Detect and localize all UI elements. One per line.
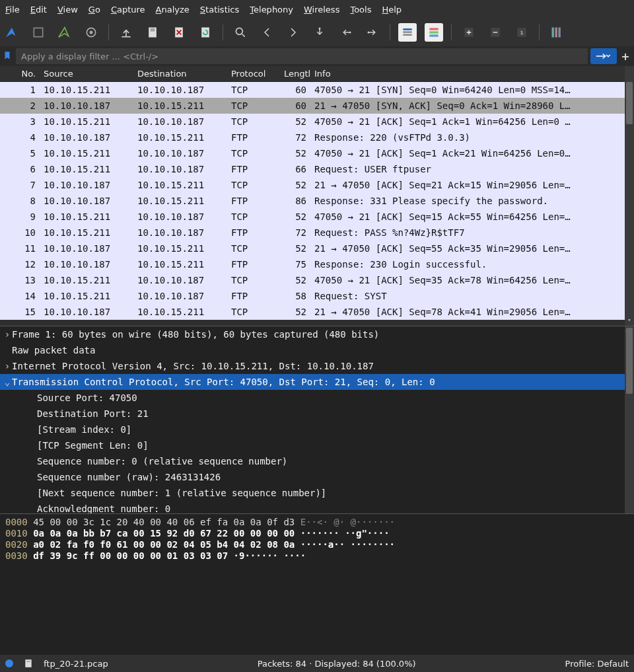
col-header-source[interactable]: Source: [40, 69, 133, 79]
tree-item[interactable]: [Next sequence number: 1 (relative seque…: [0, 485, 634, 501]
svg-rect-22: [552, 28, 554, 38]
menu-go[interactable]: Go: [88, 5, 100, 15]
svg-rect-25: [25, 659, 31, 667]
svg-text:1: 1: [520, 30, 524, 36]
restart-capture-icon[interactable]: [55, 23, 74, 42]
tree-item[interactable]: Destination Port: 21: [0, 406, 634, 422]
tree-item[interactable]: ›Internet Protocol Version 4, Src: 10.10…: [0, 358, 634, 374]
menu-statistics[interactable]: Statistics: [200, 5, 239, 15]
packet-list: No. Source Destination Protocol Lengtl I…: [0, 66, 634, 326]
packet-row[interactable]: 1310.10.15.21110.10.10.187TCP5247050 → 2…: [0, 272, 634, 288]
tree-item[interactable]: Sequence number (raw): 2463131426: [0, 469, 634, 485]
packet-row[interactable]: 410.10.10.18710.10.15.211FTP72Response: …: [0, 130, 634, 145]
svg-point-8: [236, 28, 242, 34]
profile-label[interactable]: Profile: Default: [565, 659, 629, 669]
svg-rect-0: [34, 28, 42, 36]
expand-toggle-icon[interactable]: ›: [3, 329, 12, 340]
packet-list-header[interactable]: No. Source Destination Protocol Lengtl I…: [0, 66, 634, 82]
packet-bytes[interactable]: 0000 45 00 00 3c 1c 20 40 00 40 06 ef fa…: [0, 513, 634, 655]
open-file-icon[interactable]: [117, 23, 135, 42]
packet-row[interactable]: 310.10.15.21110.10.10.187TCP5247050 → 21…: [0, 114, 634, 130]
svg-rect-5: [151, 30, 155, 32]
auto-scroll-icon[interactable]: [398, 23, 417, 42]
menu-wireless[interactable]: Wireless: [304, 5, 339, 15]
filter-apply-button[interactable]: [590, 48, 617, 64]
menu-help[interactable]: Help: [382, 5, 402, 15]
menu-view[interactable]: View: [57, 5, 78, 15]
capture-options-icon[interactable]: [82, 23, 100, 42]
add-filter-button[interactable]: +: [619, 50, 631, 62]
packet-list-scrollbar[interactable]: ▾: [625, 66, 634, 326]
zoom-in-icon[interactable]: [460, 23, 478, 42]
menu-telephony[interactable]: Telephony: [250, 5, 293, 15]
last-packet-icon[interactable]: [363, 23, 382, 42]
svg-rect-17: [429, 34, 438, 36]
menu-file[interactable]: File: [5, 5, 20, 15]
tree-item[interactable]: [Stream index: 0]: [0, 422, 634, 437]
resize-columns-icon[interactable]: [547, 23, 566, 42]
packet-row[interactable]: 110.10.15.21110.10.10.187TCP6047050 → 21…: [0, 82, 634, 98]
go-back-icon[interactable]: [258, 23, 276, 42]
stop-capture-icon[interactable]: [29, 23, 48, 42]
packet-details: ›Frame 1: 60 bytes on wire (480 bits), 6…: [0, 326, 634, 513]
zoom-reset-icon[interactable]: 1: [512, 23, 531, 42]
packet-row[interactable]: 1510.10.10.18710.10.15.211TCP5221 → 4705…: [0, 304, 634, 320]
filterbar: +: [0, 46, 634, 66]
shark-fin-icon[interactable]: [3, 23, 21, 42]
packet-row[interactable]: 710.10.10.18710.10.15.211TCP5221 → 47050…: [0, 177, 634, 193]
go-to-packet-icon[interactable]: [310, 23, 329, 42]
tree-item[interactable]: [TCP Segment Len: 0]: [0, 437, 634, 453]
packet-row[interactable]: 910.10.15.21110.10.10.187TCP5247050 → 21…: [0, 209, 634, 225]
tree-item[interactable]: ›Frame 1: 60 bytes on wire (480 bits), 6…: [0, 326, 634, 342]
tree-item[interactable]: Raw packet data: [0, 342, 634, 358]
menu-analyze[interactable]: Analyze: [156, 5, 190, 15]
go-forward-icon[interactable]: [284, 23, 302, 42]
packet-row[interactable]: 510.10.15.21110.10.10.187TCP5247050 → 21…: [0, 145, 634, 161]
expand-toggle-icon[interactable]: ⌄: [3, 377, 12, 387]
tree-item[interactable]: Sequence number: 0 (relative sequence nu…: [0, 453, 634, 469]
tree-item[interactable]: ⌄Transmission Control Protocol, Src Port…: [0, 374, 634, 390]
col-header-proto[interactable]: Protocol: [227, 69, 280, 79]
capture-file-icon[interactable]: [24, 658, 33, 669]
reload-file-icon[interactable]: [196, 23, 215, 42]
packet-row[interactable]: 810.10.10.18710.10.15.211FTP86Response: …: [0, 193, 634, 209]
packet-count: Packets: 84 · Displayed: 84 (100.0%): [258, 659, 416, 669]
first-packet-icon[interactable]: [337, 23, 355, 42]
menu-edit[interactable]: Edit: [30, 5, 47, 15]
details-scrollbar[interactable]: ▾: [625, 326, 634, 513]
colorize-icon[interactable]: [425, 23, 443, 42]
packet-row[interactable]: 210.10.10.18710.10.15.211TCP6021 → 47050…: [0, 98, 634, 114]
col-header-length[interactable]: Lengtl: [280, 69, 310, 79]
col-header-info[interactable]: Info: [310, 69, 634, 79]
save-file-icon[interactable]: [143, 23, 162, 42]
svg-rect-26: [26, 661, 30, 662]
col-header-dest[interactable]: Destination: [133, 69, 227, 79]
tree-item[interactable]: Acknowledgment number: 0: [0, 501, 634, 513]
capture-filename: ftp_20-21.pcap: [44, 659, 108, 669]
packet-row[interactable]: 1110.10.10.18710.10.15.211TCP5221 → 4705…: [0, 241, 634, 256]
svg-rect-16: [429, 31, 438, 33]
svg-rect-14: [403, 34, 411, 36]
find-icon[interactable]: [231, 23, 250, 42]
toolbar: 1: [0, 19, 634, 46]
menu-capture[interactable]: Capture: [111, 5, 145, 15]
packet-row[interactable]: 1210.10.10.18710.10.15.211FTP75Response:…: [0, 256, 634, 272]
display-filter-input[interactable]: [16, 48, 588, 64]
menubar: FileEditViewGoCaptureAnalyzeStatisticsTe…: [0, 0, 634, 19]
packet-row[interactable]: 610.10.15.21110.10.10.187FTP66Request: U…: [0, 161, 634, 177]
svg-point-9: [319, 28, 321, 30]
expand-toggle-icon[interactable]: ›: [3, 361, 12, 371]
close-file-icon[interactable]: [170, 23, 188, 42]
svg-rect-4: [151, 28, 155, 30]
tree-item[interactable]: Source Port: 47050: [0, 390, 634, 406]
expert-info-icon[interactable]: [5, 659, 13, 667]
zoom-out-icon[interactable]: [486, 23, 505, 42]
statusbar: ftp_20-21.pcap Packets: 84 · Displayed: …: [0, 655, 634, 672]
col-header-no[interactable]: No.: [0, 69, 40, 79]
hex-line: 0010 0a 0a 0a bb b7 ca 00 15 92 d0 67 22…: [5, 528, 629, 539]
packet-row[interactable]: 1010.10.15.21110.10.10.187FTP72Request: …: [0, 225, 634, 241]
svg-rect-15: [429, 28, 438, 30]
bookmark-icon[interactable]: [3, 50, 13, 63]
packet-row[interactable]: 1410.10.15.21110.10.10.187FTP58Request: …: [0, 288, 634, 304]
menu-tools[interactable]: Tools: [350, 5, 371, 15]
